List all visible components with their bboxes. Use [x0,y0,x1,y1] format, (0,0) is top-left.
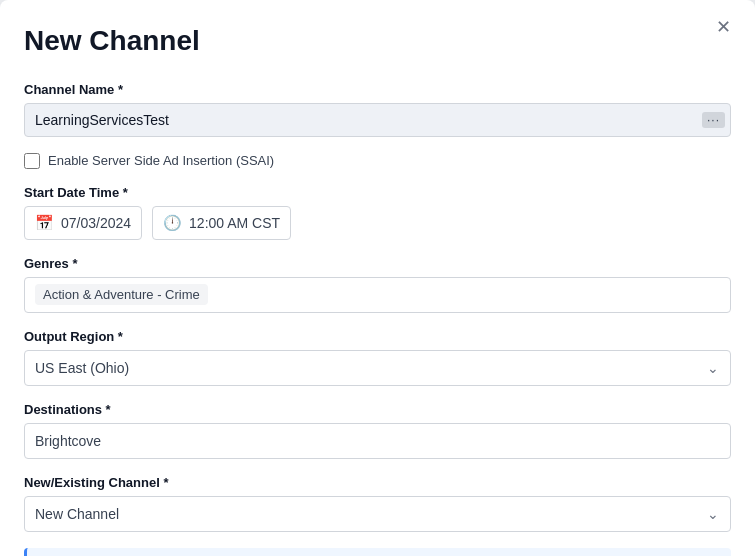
output-region-section: Output Region * US East (Ohio) ⌄ [24,329,731,386]
channel-name-section: Channel Name * ··· [24,82,731,137]
clock-icon: 🕛 [163,214,182,232]
info-banner: ⓘ Ad Insertion cannot be enabled or disa… [24,548,731,556]
close-button[interactable]: ✕ [710,16,737,38]
time-value: 12:00 AM CST [189,215,280,231]
datetime-row: 📅 07/03/2024 🕛 12:00 AM CST [24,206,731,240]
new-existing-channel-select-wrapper: New Channel ⌄ [24,496,731,532]
new-existing-channel-label: New/Existing Channel * [24,475,731,490]
ssai-checkbox[interactable] [24,153,40,169]
new-channel-modal: New Channel ✕ Channel Name * ··· Enable … [0,0,755,556]
new-existing-channel-section: New/Existing Channel * New Channel ⌄ [24,475,731,532]
genre-tag: Action & Adventure - Crime [35,284,208,305]
destinations-value: Brightcove [35,433,101,449]
destinations-container[interactable]: Brightcove [24,423,731,459]
output-region-label: Output Region * [24,329,731,344]
genres-container[interactable]: Action & Adventure - Crime [24,277,731,313]
modal-title: New Channel [24,24,731,58]
channel-name-dots-button[interactable]: ··· [702,112,725,128]
time-input-wrapper[interactable]: 🕛 12:00 AM CST [152,206,291,240]
date-value: 07/03/2024 [61,215,131,231]
start-datetime-section: Start Date Time * 📅 07/03/2024 🕛 12:00 A… [24,185,731,240]
ssai-label[interactable]: Enable Server Side Ad Insertion (SSAI) [48,153,274,168]
destinations-section: Destinations * Brightcove [24,402,731,459]
genres-label: Genres * [24,256,731,271]
calendar-icon: 📅 [35,214,54,232]
channel-name-label: Channel Name * [24,82,731,97]
start-datetime-label: Start Date Time * [24,185,731,200]
new-existing-channel-select[interactable]: New Channel [24,496,731,532]
ssai-row: Enable Server Side Ad Insertion (SSAI) [24,153,731,169]
output-region-select-wrapper: US East (Ohio) ⌄ [24,350,731,386]
genres-section: Genres * Action & Adventure - Crime [24,256,731,313]
channel-name-input[interactable] [24,103,731,137]
destinations-label: Destinations * [24,402,731,417]
date-input-wrapper[interactable]: 📅 07/03/2024 [24,206,142,240]
output-region-select[interactable]: US East (Ohio) [24,350,731,386]
channel-name-input-wrapper: ··· [24,103,731,137]
